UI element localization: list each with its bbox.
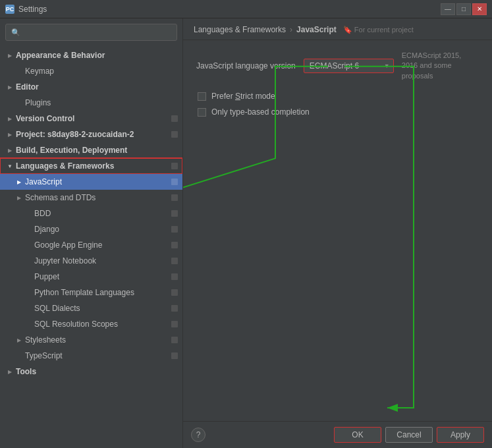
js-version-dropdown-wrapper: ECMAScript 5.1 ECMAScript 6 ECMAScript 2… xyxy=(304,59,394,73)
page-icon xyxy=(169,208,180,219)
expand-arrow-sql-d xyxy=(24,304,33,313)
sidebar-item-languages[interactable]: ▼ Languages & Frameworks xyxy=(0,158,182,174)
svg-rect-4 xyxy=(171,194,178,201)
sidebar-item-javascript[interactable]: ▶ JavaScript xyxy=(0,174,182,190)
strict-mode-row: Prefer Strict mode xyxy=(196,92,479,101)
svg-rect-12 xyxy=(171,321,178,327)
strict-mode-label: Prefer Strict mode xyxy=(211,92,275,101)
expand-arrow-appearance: ▶ xyxy=(5,51,14,60)
sidebar-item-build[interactable]: ▶ Build, Execution, Deployment xyxy=(0,142,182,158)
title-bar: PC Settings — □ ✕ xyxy=(0,0,492,18)
page-icon xyxy=(169,287,180,298)
js-version-label: JavaScript language version xyxy=(196,61,296,70)
sidebar-item-schemas[interactable]: ▶ Schemas and DTDs xyxy=(0,190,182,206)
svg-rect-11 xyxy=(171,305,178,312)
sidebar-item-google-app-engine[interactable]: Google App Engine xyxy=(0,237,182,253)
footer: ? OK Cancel Apply xyxy=(183,421,492,448)
page-icon xyxy=(169,240,180,250)
search-icon: 🔍 xyxy=(11,28,20,37)
maximize-button[interactable]: □ xyxy=(456,3,471,15)
expand-arrow-tools: ▶ xyxy=(5,367,14,376)
app-icon: PC xyxy=(5,5,14,14)
expand-arrow-languages: ▼ xyxy=(5,161,14,171)
sidebar-item-label: Google App Engine xyxy=(33,240,169,250)
page-icon xyxy=(169,271,180,282)
cancel-button[interactable]: Cancel xyxy=(385,427,433,443)
page-icon xyxy=(169,350,180,361)
svg-rect-2 xyxy=(171,163,178,169)
sidebar-item-django[interactable]: Django xyxy=(0,221,182,237)
sidebar-item-label: Project: s8day88-2-zuocaidan-2 xyxy=(14,130,169,139)
svg-rect-14 xyxy=(171,352,178,359)
page-icon xyxy=(169,335,180,345)
sidebar-item-label: Jupyter Notebook xyxy=(33,256,169,266)
type-completion-checkbox[interactable] xyxy=(198,108,206,117)
sidebar-item-label: Keymap xyxy=(24,67,182,76)
main-layout: 🔍 ▶ Appearance & Behavior Keymap ▶ Edito… xyxy=(0,18,492,448)
type-completion-row: Only type-based completion xyxy=(196,107,479,117)
sidebar-item-keymap[interactable]: Keymap xyxy=(0,63,182,79)
sidebar-item-bdd[interactable]: BDD xyxy=(0,206,182,221)
help-button[interactable]: ? xyxy=(191,428,205,442)
expand-arrow-django xyxy=(24,225,33,234)
sidebar: 🔍 ▶ Appearance & Behavior Keymap ▶ Edito… xyxy=(0,18,183,448)
svg-rect-10 xyxy=(171,289,178,296)
sidebar-item-label: TypeScript xyxy=(24,351,169,360)
expand-arrow-gae xyxy=(24,240,33,250)
expand-arrow-jupyter xyxy=(24,256,33,266)
js-version-note: ECMAScript 2015, 2016 and some proposals xyxy=(402,51,479,81)
sidebar-item-label: Languages & Frameworks xyxy=(14,161,169,171)
minimize-button[interactable]: — xyxy=(441,3,455,15)
ok-button[interactable]: OK xyxy=(334,427,381,443)
sidebar-item-label: Appearance & Behavior xyxy=(14,51,182,60)
expand-arrow-build: ▶ xyxy=(5,146,14,155)
sidebar-item-puppet[interactable]: Puppet xyxy=(0,269,182,285)
sidebar-item-label: Build, Execution, Deployment xyxy=(14,146,182,155)
sidebar-item-plugins[interactable]: Plugins xyxy=(0,95,182,111)
expand-arrow-project: ▶ xyxy=(5,130,14,139)
sidebar-item-label: Tools xyxy=(14,367,182,376)
content-area: Languages & Frameworks › JavaScript 🔖 Fo… xyxy=(183,18,492,448)
window-title: Settings xyxy=(18,5,47,14)
type-completion-label: Only type-based completion xyxy=(211,107,310,117)
breadcrumb-javascript: JavaScript xyxy=(296,25,337,34)
close-button[interactable]: ✕ xyxy=(472,3,487,15)
sidebar-item-typescript[interactable]: TypeScript xyxy=(0,348,182,364)
expand-arrow-keymap xyxy=(14,67,24,76)
svg-rect-7 xyxy=(171,242,178,248)
apply-button[interactable]: Apply xyxy=(437,427,484,443)
sidebar-item-tools[interactable]: ▶ Tools xyxy=(0,364,182,379)
sidebar-item-sql-resolution[interactable]: SQL Resolution Scopes xyxy=(0,316,182,332)
sidebar-item-python-template[interactable]: Python Template Languages xyxy=(0,285,182,300)
svg-rect-1 xyxy=(171,131,178,138)
page-icon xyxy=(169,192,180,203)
sidebar-item-stylesheets[interactable]: ▶ Stylesheets xyxy=(0,332,182,348)
svg-rect-9 xyxy=(171,273,178,280)
search-input[interactable] xyxy=(24,28,171,37)
strict-mode-checkbox[interactable] xyxy=(198,92,206,101)
page-icon xyxy=(169,161,180,171)
window-controls: — □ ✕ xyxy=(441,3,487,15)
page-icon xyxy=(169,256,180,266)
content-header: Languages & Frameworks › JavaScript 🔖 Fo… xyxy=(183,18,492,40)
svg-rect-6 xyxy=(171,226,178,233)
sidebar-item-project[interactable]: ▶ Project: s8day88-2-zuocaidan-2 xyxy=(0,126,182,142)
sidebar-item-label: JavaScript xyxy=(24,177,169,186)
sidebar-item-version-control[interactable]: ▶ Version Control xyxy=(0,111,182,126)
page-icon xyxy=(169,129,180,140)
sidebar-item-label: Plugins xyxy=(24,98,182,107)
breadcrumb-languages: Languages & Frameworks xyxy=(194,25,286,34)
sidebar-item-appearance[interactable]: ▶ Appearance & Behavior xyxy=(0,47,182,63)
sidebar-item-editor[interactable]: ▶ Editor xyxy=(0,79,182,95)
sidebar-item-label: SQL Resolution Scopes xyxy=(33,320,169,329)
content-body: JavaScript language version ECMAScript 5… xyxy=(183,40,492,421)
expand-arrow-sql-r xyxy=(24,320,33,329)
sidebar-item-label: Editor xyxy=(14,82,182,92)
js-version-select[interactable]: ECMAScript 5.1 ECMAScript 6 ECMAScript 2… xyxy=(304,59,394,73)
expand-arrow-js: ▶ xyxy=(14,177,24,186)
sidebar-item-jupyter[interactable]: Jupyter Notebook xyxy=(0,253,182,269)
sidebar-item-sql-dialects[interactable]: SQL Dialects xyxy=(0,300,182,316)
search-box[interactable]: 🔍 xyxy=(5,24,177,41)
page-icon xyxy=(169,177,180,187)
expand-arrow-schemas: ▶ xyxy=(14,193,24,202)
